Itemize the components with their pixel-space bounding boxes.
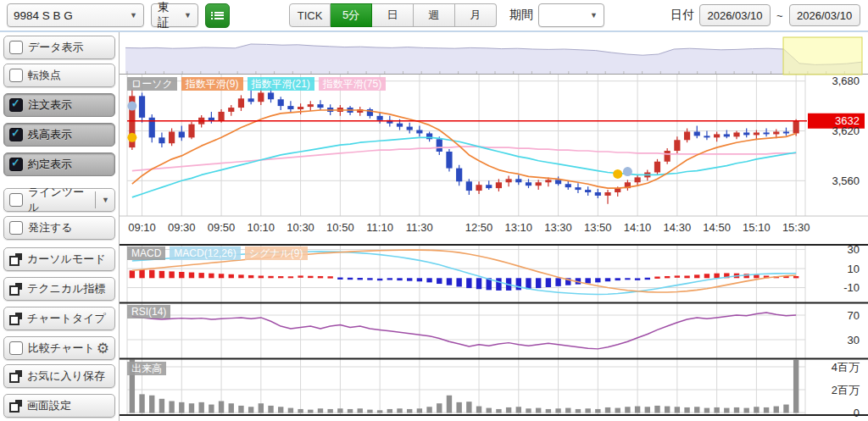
svg-text:11:30: 11:30 [406,221,433,234]
sidebar-item-cursor-mode[interactable]: カーソルモード [3,247,115,271]
navigator-selection[interactable] [783,37,862,75]
date-range-separator: ~ [776,9,783,22]
exchange-select[interactable]: 東証 ▼ [151,3,198,27]
svg-text:14:10: 14:10 [624,221,652,234]
legend-badge: 指数平滑(21) [248,77,314,91]
checkbox-checked[interactable]: ✓ [9,98,23,112]
svg-text:10:10: 10:10 [248,221,275,234]
sidebar-item-label: ラインツール [28,185,95,215]
volume-legend: 出来高 [127,362,170,375]
windows-icon [9,400,22,413]
legend-badge: RSI(14) [127,305,170,319]
sidebar-item-label: テクニカル指標 [27,281,106,296]
sidebar-item-place-order[interactable]: 発注する [3,216,115,240]
chart-area: 36323,6803,6203,56009:1009:3009:5010:101… [120,32,868,421]
rsi-legend: RSI(14) [127,305,175,319]
chevron-down-icon[interactable]: ▼ [95,191,109,208]
sidebar-item-turning-point[interactable]: 転換点 [3,64,115,87]
sidebar: データ表示転換点✓注文表示✓残高表示✓約定表示ラインツール▼発注するカーソルモー… [0,32,120,421]
check-icon: ✓ [11,126,20,139]
time-axis: 09:1009:3009:5010:1010:3010:5011:1011:30… [128,221,810,234]
legend-badge: MACD(12,26) [170,247,240,260]
checkbox-checked[interactable]: ✓ [9,128,23,141]
svg-text:3,620: 3,620 [832,125,860,137]
sidebar-item-execution-display[interactable]: ✓約定表示 [3,152,115,176]
sidebar-item-label: データ表示 [28,40,84,55]
svg-text:0: 0 [854,407,860,419]
trade-marker [127,102,136,111]
sidebar-item-balance-display[interactable]: ✓残高表示 [3,123,115,147]
price-panel: 36323,6803,6203,560 [127,75,865,204]
toolbar: 9984 S B G ▼ 東証 ▼ TICK5分日週月 期間 ▼ 日付 ~ [0,0,868,32]
svg-text:11:10: 11:10 [366,221,393,234]
sidebar-item-label: 発注する [28,220,73,235]
windows-icon [9,370,22,383]
svg-text:13:10: 13:10 [505,221,533,234]
gear-icon[interactable]: ⚙ [97,341,109,356]
sidebar-item-label: お気に入り保存 [27,368,105,384]
sidebar-item-compare-chart[interactable]: 比較チャート⚙ [3,336,115,360]
sidebar-item-technical-indicator[interactable]: テクニカル指標 [3,277,115,301]
svg-text:3,560: 3,560 [832,174,860,187]
legend-badge: 指数平滑(75) [319,77,386,91]
chevron-down-icon: ▼ [585,11,598,19]
trade-marker [623,167,632,176]
chevron-down-icon: ▼ [125,11,137,19]
list-icon [211,10,224,20]
watchlist-button[interactable] [205,3,230,28]
sidebar-item-label: 転換点 [28,68,61,83]
sidebar-item-label: 画面設定 [27,398,71,413]
svg-text:70: 70 [848,309,860,322]
checkbox-unchecked[interactable] [9,193,23,207]
sidebar-item-order-display[interactable]: ✓注文表示 [3,93,115,117]
svg-text:15:10: 15:10 [743,221,771,234]
date-to-input[interactable] [789,4,860,26]
legend-badge: ローソク [127,77,177,91]
checkbox-unchecked[interactable] [9,341,23,355]
svg-text:30: 30 [848,334,860,346]
legend-badge: シグナル(9) [245,247,308,260]
chevron-down-icon: ▼ [179,11,192,19]
timeframe-week[interactable]: 週 [414,3,455,27]
timeframe-tick[interactable]: TICK [289,3,331,27]
sidebar-item-screen-settings[interactable]: 画面設定 [3,394,115,418]
svg-text:2百万: 2百万 [832,384,860,396]
sidebar-item-label: カーソルモード [27,252,106,267]
period-select[interactable]: ▼ [538,3,604,27]
checkbox-unchecked[interactable] [9,41,23,54]
sidebar-item-save-favorite[interactable]: お気に入り保存 [3,364,115,388]
svg-text:3,680: 3,680 [832,75,860,87]
svg-text:09:10: 09:10 [128,221,156,234]
svg-text:14:50: 14:50 [703,221,731,234]
date-label: 日付 [670,8,694,23]
timeframe-5min[interactable]: 5分 [331,3,372,27]
windows-icon [9,283,22,296]
sidebar-item-data-display[interactable]: データ表示 [3,36,115,59]
svg-text:15:30: 15:30 [782,221,810,234]
symbol-select[interactable]: 9984 S B G ▼ [7,3,144,27]
svg-text:10:50: 10:50 [326,221,354,234]
svg-text:13:50: 13:50 [584,221,612,234]
svg-text:12:50: 12:50 [465,221,493,234]
sidebar-item-line-tool[interactable]: ラインツール▼ [3,188,115,212]
legend-badge: MACD [127,247,165,260]
period-label: 期間 [509,8,533,23]
checkbox-unchecked[interactable] [9,221,23,235]
timeframe-group: TICK5分日週月 [289,3,497,27]
symbol-value: 9984 S B G [14,9,73,22]
navigator [120,37,868,75]
svg-text:10: 10 [848,263,860,275]
trade-marker [613,169,622,179]
sidebar-item-chart-type[interactable]: チャートタイプ [3,307,115,330]
svg-text:13:30: 13:30 [544,221,572,234]
sidebar-item-label: チャートタイプ [27,311,106,326]
macd-legend: MACDMACD(12,26)シグナル(9) [127,247,312,260]
checkbox-unchecked[interactable] [9,69,23,82]
timeframe-month[interactable]: 月 [455,3,497,27]
checkbox-checked[interactable]: ✓ [9,158,23,171]
date-from-input[interactable] [699,4,771,26]
legend-badge: 指数平滑(9) [181,77,243,91]
windows-icon [9,253,22,266]
sidebar-item-label: 比較チャート [28,341,95,356]
timeframe-day[interactable]: 日 [372,3,414,27]
